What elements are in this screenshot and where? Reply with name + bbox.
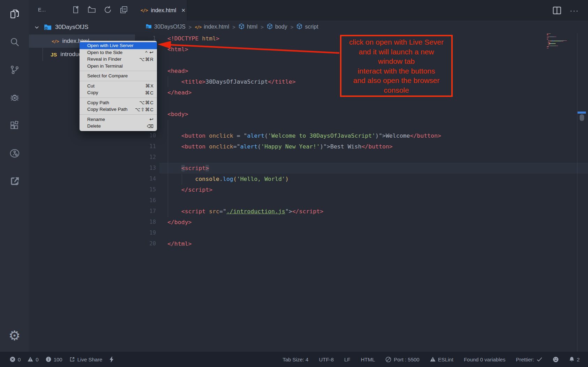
- info-icon: [46, 357, 51, 362]
- tab-index-html[interactable]: </> index.html ✕: [135, 0, 187, 21]
- minimap-line: [547, 46, 568, 46]
- breadcrumb-separator: >: [261, 24, 264, 30]
- status-item-port-5500[interactable]: Port : 5500: [385, 357, 419, 362]
- menu-item-select-for-compare[interactable]: Select for Compare: [80, 72, 157, 79]
- status-label: 100: [54, 357, 62, 362]
- menu-item-copy-relative-path[interactable]: Copy Relative Path⌥⇧⌘C: [80, 106, 157, 113]
- menu-item-reveal-in-finder[interactable]: Reveal in Finder⌥⌘R: [80, 56, 157, 63]
- settings-gear-icon[interactable]: ⚙: [0, 322, 29, 349]
- minimap-line: [547, 39, 568, 39]
- breadcrumb-item-30daysofjs[interactable]: 30DaysOfJS: [146, 24, 186, 30]
- code-line-text: <html>: [167, 44, 188, 55]
- minimap-token: [547, 39, 548, 39]
- refresh-icon[interactable]: [103, 5, 112, 14]
- extensions-icon[interactable]: [0, 112, 29, 139]
- breadcrumb-item-body[interactable]: body: [267, 23, 287, 31]
- search-icon[interactable]: [0, 28, 29, 56]
- menu-item-copy[interactable]: Copy⌘C: [80, 89, 157, 96]
- status-item-tab-size-4[interactable]: Tab Size: 4: [282, 357, 308, 362]
- menu-item-label: Copy Path: [87, 100, 109, 105]
- live-share-icon[interactable]: [0, 139, 29, 167]
- code-line-19[interactable]: 19: [135, 228, 588, 238]
- code-token: [205, 208, 209, 215]
- error-icon: [10, 357, 15, 362]
- code-line-16[interactable]: 16: [135, 195, 588, 206]
- status-item-smiley[interactable]: [553, 357, 559, 362]
- annotation-line: interact with the buttons: [341, 66, 451, 76]
- chevron-down-icon: [34, 25, 39, 30]
- status-item-found-0-variables[interactable]: Found 0 variables: [464, 357, 505, 362]
- status-bar: 00100Live Share Tab Size: 4UTF-8LFHTMLPo…: [0, 352, 588, 367]
- minimap[interactable]: [547, 33, 568, 49]
- minimap-line: [547, 45, 568, 45]
- code-line-10[interactable]: 10 <button onclick = "alert('Welcome to …: [135, 130, 588, 141]
- status-item-2[interactable]: 2: [569, 357, 580, 362]
- menu-item-open-to-the-side[interactable]: Open to the Side^ ↩: [80, 49, 157, 56]
- breadcrumb-label: script: [305, 24, 318, 30]
- status-label: 0: [36, 357, 38, 362]
- smiley-icon: [553, 357, 559, 362]
- status-item-live-share[interactable]: Live Share: [69, 357, 103, 362]
- code-line-11[interactable]: 11 <button onclick="alert('Happy New Yea…: [135, 141, 588, 152]
- source-control-icon[interactable]: [0, 56, 29, 84]
- status-item-100[interactable]: 100: [46, 357, 62, 362]
- code-line-8[interactable]: 8<body>: [135, 109, 588, 120]
- new-file-icon[interactable]: [71, 5, 80, 14]
- status-label: Tab Size: 4: [282, 357, 308, 362]
- minimap-token: [555, 43, 556, 44]
- status-item-0[interactable]: 0: [28, 357, 38, 362]
- collapse-all-icon[interactable]: [119, 5, 128, 14]
- menu-item-rename[interactable]: Rename↩: [80, 116, 157, 123]
- tree-item-folder-30daysofjs[interactable]: 30DaysOfJS: [29, 21, 135, 34]
- activity-bar: ⚙: [0, 0, 29, 352]
- share-export-icon[interactable]: [0, 167, 29, 195]
- status-left: 00100Live Share: [10, 356, 114, 362]
- code-token: [167, 165, 181, 171]
- zap-icon: [109, 356, 114, 362]
- explorer-icon[interactable]: [0, 0, 29, 28]
- scrollbar-thumb[interactable]: [580, 114, 584, 121]
- menu-item-open-with-live-server[interactable]: Open with Live Server: [80, 42, 157, 49]
- close-icon[interactable]: ✕: [181, 7, 186, 14]
- annotation-line: console: [341, 85, 451, 95]
- code-token: <body>: [167, 111, 188, 117]
- new-folder-icon[interactable]: [87, 5, 96, 14]
- menu-item-delete[interactable]: Delete⌫: [80, 123, 157, 130]
- status-item-html[interactable]: HTML: [361, 357, 375, 362]
- run-debug-icon[interactable]: [0, 84, 29, 112]
- breadcrumb-item-script[interactable]: script: [296, 23, 318, 31]
- code-line-15[interactable]: 15 </script>: [135, 184, 588, 195]
- code-line-20[interactable]: 20</html>: [135, 238, 588, 249]
- status-item-utf-8[interactable]: UTF-8: [319, 357, 334, 362]
- status-label: 0: [18, 357, 21, 362]
- status-item-0[interactable]: 0: [10, 357, 21, 362]
- status-item-lf[interactable]: LF: [344, 357, 350, 362]
- code-line-13[interactable]: 13 <script>: [135, 163, 588, 174]
- code-line-7[interactable]: 7: [135, 98, 588, 109]
- code-token: </script>: [292, 208, 323, 215]
- code-token: </body>: [167, 219, 192, 225]
- status-item-eslint[interactable]: ESLint: [430, 357, 453, 362]
- code-token: onclick: [209, 132, 233, 139]
- code-line-17[interactable]: 17 <script src="./introduction.js"></scr…: [135, 206, 588, 217]
- code-line-12[interactable]: 12: [135, 152, 588, 163]
- breadcrumb-separator: >: [291, 24, 294, 30]
- breadcrumb-item-index-html[interactable]: </>index.html: [195, 24, 229, 30]
- annotation-box: click on open with Live Severand it will…: [340, 35, 453, 97]
- menu-item-open-in-terminal[interactable]: Open in Terminal: [80, 63, 157, 70]
- breadcrumb-item-html[interactable]: html: [239, 23, 257, 31]
- line-number: 18: [135, 217, 156, 228]
- menu-item-shortcut: ⌫: [147, 123, 154, 129]
- code-line-18[interactable]: 18</body>: [135, 217, 588, 228]
- code-line-9[interactable]: 9: [135, 120, 588, 130]
- status-item-prettier[interactable]: Prettier:: [516, 357, 542, 362]
- minimap-token: [553, 41, 558, 41]
- menu-item-copy-path[interactable]: Copy Path⌥⌘C: [80, 99, 157, 106]
- menu-item-cut[interactable]: Cut⌘X: [80, 83, 157, 90]
- status-item-zap[interactable]: [109, 356, 114, 362]
- line-number: 13: [135, 163, 156, 174]
- split-editor-icon[interactable]: [552, 6, 561, 15]
- more-actions-icon[interactable]: ···: [570, 9, 579, 12]
- code-line-14[interactable]: 14 console.log('Hello, World'): [135, 174, 588, 184]
- breadcrumb-label: 30DaysOfJS: [154, 24, 186, 30]
